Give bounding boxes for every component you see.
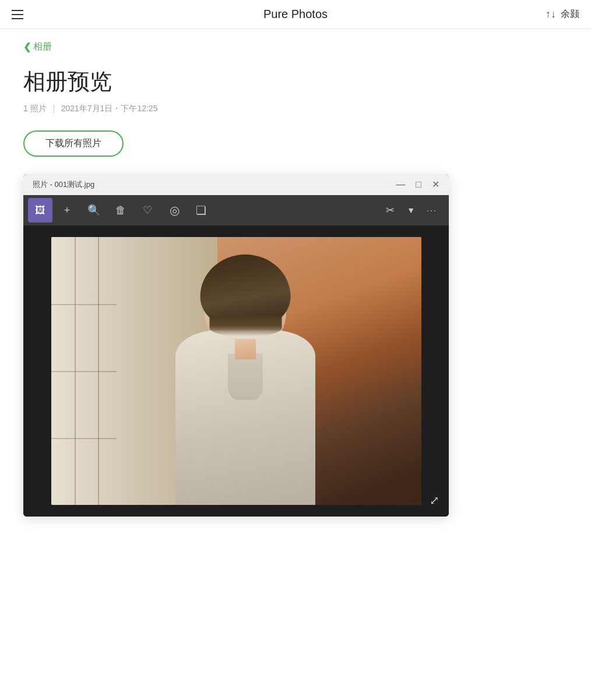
page-content: ❮ 相册 相册预览 1 照片 2021年7月1日・下午12:25 下载所有照片 … (0, 29, 591, 528)
chevron-down-icon: ▼ (407, 206, 415, 215)
crop-icon: ❏ (196, 203, 206, 217)
hline1 (51, 304, 117, 305)
photo-date: 2021年7月1日・下午12:25 (61, 104, 158, 114)
meta-divider (54, 105, 54, 113)
toolbar-add-button[interactable]: + (55, 198, 79, 222)
photo-area: ⤢ (23, 225, 449, 517)
toolbar-scissors-button[interactable]: ✂ (378, 198, 402, 222)
hair (200, 254, 291, 324)
maximize-button[interactable]: □ (416, 180, 421, 189)
scissors-icon: ✂ (386, 204, 395, 217)
window-titlebar: 照片 - 001测试.jpg — □ ✕ (23, 174, 449, 195)
hamburger-menu-icon[interactable] (12, 10, 23, 19)
hline2 (51, 371, 117, 372)
add-icon: + (64, 204, 71, 217)
minimize-button[interactable]: — (396, 180, 405, 189)
breadcrumb-text: 相册 (33, 41, 52, 53)
person-figure (152, 249, 339, 505)
heart-icon: ♡ (143, 204, 152, 217)
delete-icon: 🗑 (115, 204, 126, 217)
user-name[interactable]: 余颢 (561, 8, 579, 20)
view-icon: 🖼 (35, 204, 45, 217)
download-all-button[interactable]: 下载所有照片 (23, 130, 124, 157)
meta-info: 1 照片 2021年7月1日・下午12:25 (23, 104, 568, 114)
top-bar: Pure Photos ↑↓ 余颢 (0, 0, 591, 29)
toolbar-view-button[interactable]: 🖼 (28, 198, 52, 222)
window-controls: — □ ✕ (396, 180, 439, 189)
top-bar-right: ↑↓ 余颢 (546, 8, 579, 20)
top-bar-left (12, 10, 23, 19)
photo-count: 1 照片 (23, 104, 47, 114)
photo-window: 照片 - 001测试.jpg — □ ✕ 🖼 + 🔍 🗑 ♡ (23, 174, 449, 517)
neck (235, 339, 256, 359)
toolbar-heart-button[interactable]: ♡ (135, 198, 160, 222)
sort-icon[interactable]: ↑↓ (546, 8, 556, 20)
toolbar-pin-button[interactable]: ◎ (162, 198, 187, 222)
toolbar-crop-button[interactable]: ❏ (189, 198, 213, 222)
app-title: Pure Photos (263, 8, 328, 21)
close-button[interactable]: ✕ (432, 180, 439, 189)
toolbar-dropdown-button[interactable]: ▼ (404, 198, 417, 222)
photo-container (51, 237, 421, 505)
breadcrumb-arrow-icon: ❮ (23, 41, 31, 52)
pin-icon: ◎ (170, 203, 180, 217)
expand-button[interactable]: ⤢ (430, 493, 439, 507)
toolbar-delete-button[interactable]: 🗑 (108, 198, 133, 222)
page-title: 相册预览 (23, 67, 568, 97)
portrait-background (51, 237, 421, 505)
toolbar-zoom-button[interactable]: 🔍 (82, 198, 106, 222)
toolbar-more-button[interactable]: ··· (420, 198, 444, 222)
hline3 (51, 438, 117, 439)
window-toolbar: 🖼 + 🔍 🗑 ♡ ◎ ❏ ✂ (23, 195, 449, 225)
breadcrumb[interactable]: ❮ 相册 (23, 41, 568, 53)
window-filename: 照片 - 001测试.jpg (33, 179, 94, 190)
zoom-icon: 🔍 (87, 204, 100, 217)
more-icon: ··· (427, 206, 437, 215)
